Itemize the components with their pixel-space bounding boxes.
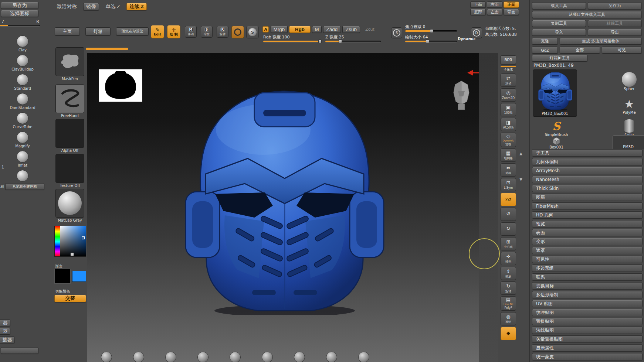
symmetry-toolbar-item[interactable]: 单选 Z bbox=[104, 3, 122, 10]
zcut-button[interactable]: Zcut bbox=[364, 26, 376, 33]
zsub-button[interactable]: Zsub bbox=[342, 26, 360, 33]
brush-ring-button[interactable] bbox=[231, 26, 244, 38]
bottom-brush-thumb[interactable] bbox=[358, 352, 369, 362]
hue-strip[interactable] bbox=[55, 226, 60, 256]
right-shelf-button[interactable]: XYZ bbox=[501, 193, 516, 206]
tool-thumbnail-sphere[interactable]: Spher bbox=[613, 69, 644, 92]
view-button[interactable]: 上面 bbox=[470, 1, 486, 8]
empty-button[interactable] bbox=[1, 347, 38, 354]
tool-section-header[interactable]: 显示属性 bbox=[532, 344, 643, 352]
home-button[interactable]: 主页 bbox=[55, 27, 80, 35]
create-mesh-from-brush-button[interactable]: 从笔刷创建网格 bbox=[5, 183, 44, 190]
right-shelf-button[interactable]: ↺ bbox=[501, 208, 516, 221]
brush-item[interactable]: DamStandard bbox=[4, 93, 41, 112]
right-shelf-button[interactable]: ⊞ 中心点 bbox=[501, 237, 516, 250]
tool-section-header[interactable]: 变换目标 bbox=[532, 282, 643, 290]
view-button[interactable]: 正面 bbox=[504, 1, 519, 8]
tool-section-header[interactable]: 遮罩 bbox=[532, 247, 643, 254]
view-button[interactable]: 左面 bbox=[487, 9, 502, 15]
current-texture[interactable]: Texture Off bbox=[54, 154, 85, 188]
color-picker[interactable] bbox=[54, 226, 86, 257]
a-toggle-button[interactable]: A bbox=[262, 26, 269, 33]
secondary-color-swatch[interactable] bbox=[72, 271, 86, 282]
right-shelf-button[interactable]: ▦ 地网格 bbox=[501, 148, 516, 162]
right-shelf-button[interactable]: ⊡ L.Sym bbox=[501, 178, 516, 191]
current-brush[interactable]: MaskPen bbox=[54, 47, 85, 81]
view-button[interactable]: 背面 bbox=[504, 9, 519, 15]
tool-thumbnail-pm3d[interactable]: PM3D_ bbox=[613, 135, 644, 150]
brush-item[interactable]: CurveTube bbox=[4, 112, 41, 132]
tool-section-header[interactable]: 可见性 bbox=[532, 256, 643, 263]
alternate-button[interactable]: 交替 bbox=[54, 295, 86, 302]
gyro-tool-button[interactable]: S 缩放 bbox=[201, 26, 213, 38]
tool-section-header[interactable]: HD 几何 bbox=[532, 211, 643, 219]
symmetry-toolbar-item[interactable]: 连续 Z bbox=[126, 3, 147, 10]
select-icon-button[interactable]: 选择图标 bbox=[1, 10, 38, 17]
cut-button[interactable]: 器 bbox=[0, 328, 10, 335]
draw-size-slider[interactable]: 绘制大小 64 bbox=[405, 35, 457, 42]
tool-section-header[interactable]: 矢量置换贴图 bbox=[532, 335, 643, 343]
tool-section-header[interactable]: 联系 bbox=[532, 273, 643, 281]
tool-section-header[interactable]: 法线贴图 bbox=[532, 327, 643, 334]
tool-section-header[interactable]: 多边形绘制 bbox=[532, 291, 643, 298]
edit-mode-button[interactable]: ✎ Edit bbox=[151, 25, 164, 38]
right-shelf-button[interactable]: ↻ 旋转 bbox=[501, 281, 516, 295]
current-alpha[interactable]: Alpha Off bbox=[54, 119, 85, 153]
import-button[interactable]: 导入 bbox=[532, 29, 586, 36]
cut-button[interactable]: 整器 bbox=[0, 337, 15, 343]
main-color-swatch[interactable] bbox=[54, 269, 71, 284]
tool-section-header[interactable]: 纹理贴图 bbox=[532, 309, 643, 316]
m-button[interactable]: M bbox=[312, 26, 322, 33]
right-shelf-button[interactable]: ⇕ 缩放 bbox=[501, 267, 516, 280]
tool-thumbnail-cylinder[interactable]: Cylin bbox=[613, 117, 644, 137]
document-viewport[interactable] bbox=[87, 53, 479, 362]
save-as-button[interactable]: 另存为 bbox=[1, 2, 38, 9]
export-button[interactable]: 导出 bbox=[588, 29, 642, 36]
right-shelf-button[interactable]: ▤ Line Fill PolyF bbox=[501, 296, 516, 311]
subpixel-slider[interactable]: 子像素 bbox=[501, 66, 516, 72]
lightbox-tool-button[interactable]: 灯箱▶工具 bbox=[532, 55, 587, 62]
right-shelf-button[interactable]: ◨ AC50% bbox=[501, 118, 516, 131]
z-intensity-slider[interactable]: Z 强度 25 bbox=[325, 35, 381, 42]
bottom-brush-thumb[interactable] bbox=[133, 352, 144, 362]
mrgb-button[interactable]: Mrgb bbox=[271, 26, 288, 33]
dynamic-mode-icon[interactable]: D bbox=[471, 27, 482, 38]
tool-section-header[interactable]: Thick Skin bbox=[532, 185, 643, 192]
rgb-intensity-slider[interactable]: Rgb 强度 100 bbox=[263, 35, 322, 42]
tool-section-header[interactable]: 预览 bbox=[532, 220, 643, 228]
tool-section-header[interactable]: 变形 bbox=[532, 238, 643, 245]
rgb-button[interactable]: Rgb bbox=[289, 26, 311, 33]
brush-item[interactable]: ClayBuildup bbox=[4, 55, 41, 74]
symmetry-toolbar-item[interactable]: 镜像 bbox=[83, 3, 99, 10]
gyro-tool-button[interactable]: R 旋转 bbox=[217, 26, 228, 38]
right-shelf-button[interactable]: ◆ bbox=[501, 327, 516, 340]
current-stroke[interactable]: FreeHand bbox=[54, 84, 85, 118]
preview-boolean-button[interactable]: 预览布尔渲染 bbox=[116, 27, 149, 35]
bottom-brush-thumb[interactable] bbox=[165, 352, 176, 362]
load-tool-button[interactable]: 载入工具 bbox=[532, 2, 586, 9]
current-material[interactable]: MatCap Gray bbox=[54, 189, 85, 222]
bottom-brush-thumb[interactable] bbox=[262, 352, 273, 362]
brush-item[interactable]: Standard bbox=[4, 74, 41, 93]
tool-section-header[interactable]: 几何体编辑 bbox=[532, 158, 643, 165]
cut-button[interactable]: 器 bbox=[0, 320, 10, 326]
draw-mode-button[interactable]: ✛ 绘 制 bbox=[167, 25, 180, 38]
symmetry-toolbar-item[interactable]: 激活对称 bbox=[55, 3, 78, 10]
right-shelf-button[interactable]: ▣ 100% bbox=[501, 103, 516, 116]
focal-shift-slider[interactable]: 焦点衰减 0 bbox=[405, 24, 457, 32]
view-button[interactable]: 底部 bbox=[470, 9, 486, 15]
bottom-brush-thumb[interactable] bbox=[326, 352, 337, 362]
bottom-brush-thumb[interactable] bbox=[230, 352, 241, 362]
bpr-render-button[interactable]: BPR bbox=[501, 55, 516, 64]
right-shelf-button[interactable]: ↻ bbox=[501, 222, 516, 236]
focal-shift-icon[interactable]: S bbox=[391, 27, 402, 38]
right-shelf-button[interactable]: ◇ Dynamic 透视 bbox=[501, 133, 516, 147]
tool-section-header[interactable]: 置换贴图 bbox=[532, 318, 643, 325]
load-from-project-button[interactable]: 从项目文件载入工具 bbox=[532, 11, 642, 18]
tool-section-header[interactable]: 表面 bbox=[532, 229, 643, 236]
panel-arrow-up[interactable]: ▲ bbox=[518, 151, 523, 156]
canvas-area[interactable] bbox=[87, 53, 498, 362]
make-polymesh-button[interactable]: 生成 多边形网格物体 bbox=[560, 38, 642, 45]
tool-thumbnail-box001[interactable]: Box001 bbox=[539, 135, 574, 150]
right-shelf-button[interactable]: ✛ 移动 bbox=[501, 252, 516, 265]
